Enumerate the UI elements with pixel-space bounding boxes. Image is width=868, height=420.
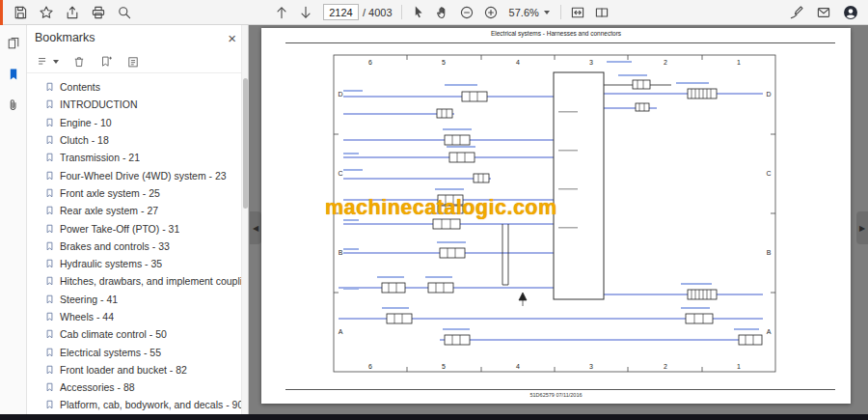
bookmark-icon <box>44 347 55 358</box>
bookmark-item-label: Platform, cab, bodywork, and decals - 90 <box>60 399 243 410</box>
grid-col-label: 2 <box>664 59 667 66</box>
next-page-button[interactable] <box>293 2 317 23</box>
panel-title: Bookmarks <box>35 31 95 44</box>
bookmark-item-label: Power Take-Off (PTO) - 31 <box>60 223 179 235</box>
delete-bookmark-button[interactable] <box>72 55 86 69</box>
bookmark-item-introduction[interactable]: INTRODUCTION <box>27 96 248 113</box>
toolbar-left-group <box>0 0 136 24</box>
bookmark-item-label: Electrical systems - 55 <box>60 347 161 358</box>
share-button[interactable] <box>60 2 84 23</box>
taskbar-strip <box>0 414 868 420</box>
page-down-icon <box>298 5 313 20</box>
grid-row-label: A <box>339 328 343 335</box>
trash-icon <box>72 55 86 69</box>
bookmark-item-label: Four-Wheel Drive (4WD) system - 23 <box>60 170 227 182</box>
chevron-down-icon <box>544 11 550 14</box>
bookmark-item-label: Rear axle system - 27 <box>60 205 158 216</box>
bookmark-icon <box>44 294 55 305</box>
grid-col-label: 1 <box>737 59 741 66</box>
zoom-out-button[interactable] <box>455 2 479 23</box>
zoom-level-label: 57.6% <box>509 7 539 18</box>
fit-width-button[interactable] <box>566 2 590 23</box>
collapse-left-pane-button[interactable]: ◀ <box>250 211 261 244</box>
print-button[interactable] <box>86 2 110 23</box>
bookmark-item-cab-climate[interactable]: Cab climate control - 50 <box>27 325 248 343</box>
bookmark-item-steering[interactable]: Steering - 41 <box>27 291 248 308</box>
bookmark-item-label: Accessories - 88 <box>60 381 135 393</box>
grid-col-label: 6 <box>368 59 372 66</box>
sign-button[interactable] <box>784 2 808 23</box>
bookmark-item-clutch[interactable]: Clutch - 18 <box>27 131 248 149</box>
bookmark-item-engine[interactable]: Engine - 10 <box>27 114 248 131</box>
bookmark-icon <box>44 98 55 110</box>
expand-bookmarks-button[interactable] <box>126 55 140 69</box>
bookmark-item-front-loader[interactable]: Front loader and bucket - 82 <box>27 361 248 378</box>
grid-col-label: 5 <box>442 59 446 66</box>
save-icon <box>13 5 28 20</box>
bookmark-item-label: Transmission - 21 <box>60 152 140 163</box>
bookmark-item-electrical[interactable]: Electrical systems - 55 <box>27 343 248 360</box>
bookmark-item-label: Hitches, drawbars, and implement couplin… <box>60 275 248 287</box>
bookmark-item-platform[interactable]: Platform, cab, bodywork, and decals - 90 <box>27 396 248 413</box>
bookmark-item-hydraulic[interactable]: Hydraulic systems - 35 <box>27 255 248 272</box>
bookmark-icon <box>44 117 55 128</box>
bookmark-item-contents[interactable]: Contents <box>27 78 248 96</box>
page-up-icon <box>274 5 289 20</box>
chevron-down-icon <box>53 60 59 64</box>
favorites-button[interactable] <box>34 2 58 23</box>
save-button[interactable] <box>8 2 32 23</box>
grid-row-label: D <box>766 91 771 98</box>
previous-page-button[interactable] <box>269 2 293 23</box>
bookmark-icon <box>44 187 55 199</box>
expand-bookmarks-icon <box>126 55 140 69</box>
grid-row-label: B <box>767 249 772 256</box>
new-bookmark-button[interactable] <box>99 55 113 69</box>
grid-col-label: 4 <box>516 363 520 370</box>
search-icon <box>117 5 132 20</box>
bookmark-item-brakes[interactable]: Brakes and controls - 33 <box>27 238 248 255</box>
bookmark-item-label: Brakes and controls - 33 <box>60 240 170 252</box>
bookmark-icon <box>44 240 55 252</box>
bookmark-item-hitches[interactable]: Hitches, drawbars, and implement couplin… <box>27 272 248 290</box>
grid-col-label: 4 <box>516 59 520 66</box>
pdf-page: Electrical systems - Harnesses and conne… <box>261 28 851 404</box>
bookmark-item-wheels[interactable]: Wheels - 44 <box>27 308 248 325</box>
bookmarks-scrollbar-track[interactable] <box>241 25 248 414</box>
bookmark-icon <box>44 152 55 163</box>
bookmark-item-front-axle[interactable]: Front axle system - 25 <box>27 184 248 202</box>
attachment-icon <box>6 98 21 113</box>
page-thumbnails-button[interactable] <box>3 33 24 54</box>
attachments-button[interactable] <box>3 95 24 116</box>
grid-row-label: C <box>338 170 342 177</box>
bookmarks-scrollbar-thumb[interactable] <box>243 78 248 209</box>
reading-mode-button[interactable] <box>590 2 614 23</box>
document-area: ◀ ▶ Electrical systems - Harnesses and c… <box>250 25 868 414</box>
bookmark-options-button[interactable] <box>37 55 59 69</box>
print-icon <box>91 5 106 20</box>
bookmark-item-4wd[interactable]: Four-Wheel Drive (4WD) system - 23 <box>27 166 248 183</box>
close-panel-button[interactable]: × <box>224 31 240 45</box>
hand-tool-button[interactable] <box>431 2 455 23</box>
search-button[interactable] <box>112 2 136 23</box>
zoom-in-button[interactable] <box>479 2 503 23</box>
page-number-input[interactable] <box>323 4 359 20</box>
bookmark-icon <box>44 170 55 182</box>
email-button[interactable] <box>811 2 835 23</box>
page-header-rule <box>285 42 835 43</box>
zoom-level-dropdown[interactable]: 57.6% <box>503 3 556 22</box>
navigation-pane-strip <box>0 25 27 414</box>
profile-button[interactable] <box>838 2 862 23</box>
bookmark-item-rear-axle[interactable]: Rear axle system - 27 <box>27 202 248 219</box>
bookmarks-panel-button[interactable] <box>3 64 24 85</box>
bookmark-item-label: Hydraulic systems - 35 <box>60 258 162 269</box>
email-icon <box>816 5 831 20</box>
bookmark-icon <box>44 381 55 393</box>
toolbar-divider <box>401 5 402 19</box>
expand-right-pane-button[interactable]: ▶ <box>856 211 868 244</box>
select-tool-button[interactable] <box>407 2 431 23</box>
top-toolbar: / 4003 57.6% <box>0 0 868 25</box>
bookmark-item-transmission[interactable]: Transmission - 21 <box>27 149 248 166</box>
bookmark-item-accessories[interactable]: Accessories - 88 <box>27 378 248 396</box>
bookmark-icon <box>44 134 55 146</box>
bookmark-item-pto[interactable]: Power Take-Off (PTO) - 31 <box>27 219 248 237</box>
